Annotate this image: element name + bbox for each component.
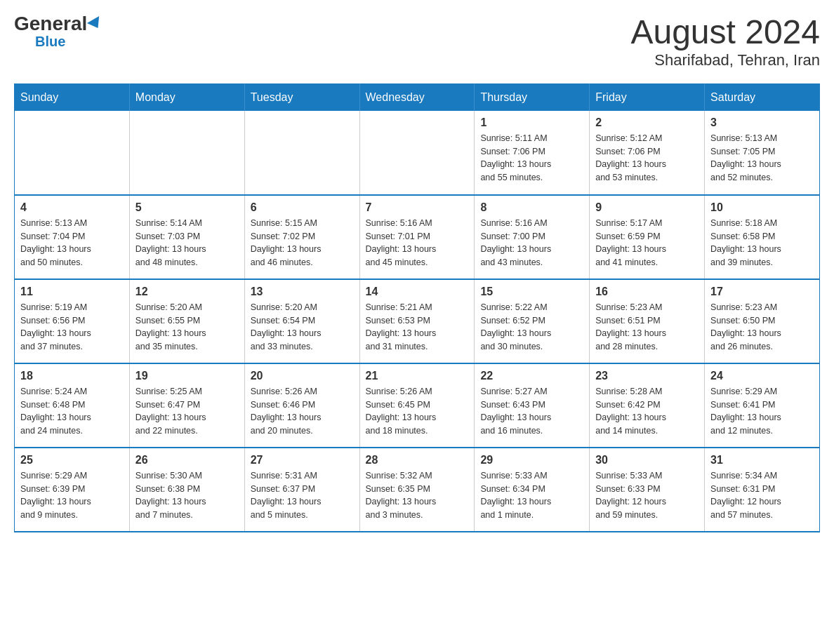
calendar-cell: 26Sunrise: 5:30 AMSunset: 6:38 PMDayligh… — [129, 448, 244, 532]
title-block: August 2024 Sharifabad, Tehran, Iran — [630, 14, 820, 69]
day-number: 31 — [710, 454, 814, 467]
day-info: Sunrise: 5:29 AMSunset: 6:39 PMDaylight:… — [20, 469, 124, 522]
calendar-cell: 4Sunrise: 5:13 AMSunset: 7:04 PMDaylight… — [15, 195, 130, 279]
calendar-cell: 1Sunrise: 5:11 AMSunset: 7:06 PMDaylight… — [475, 111, 590, 195]
day-info: Sunrise: 5:26 AMSunset: 6:46 PMDaylight:… — [251, 385, 354, 438]
calendar-cell — [359, 111, 475, 195]
calendar-cell: 10Sunrise: 5:18 AMSunset: 6:58 PMDayligh… — [705, 195, 820, 279]
header-monday: Monday — [129, 83, 244, 111]
calendar-cell: 5Sunrise: 5:14 AMSunset: 7:03 PMDaylight… — [129, 195, 244, 279]
calendar-cell — [244, 111, 359, 195]
day-number: 12 — [135, 286, 239, 298]
logo-blue-text: Blue — [35, 34, 65, 50]
calendar-cell — [129, 111, 244, 195]
calendar-header-row: SundayMondayTuesdayWednesdayThursdayFrid… — [15, 83, 820, 111]
day-info: Sunrise: 5:16 AMSunset: 7:01 PMDaylight:… — [366, 217, 469, 269]
day-info: Sunrise: 5:22 AMSunset: 6:52 PMDaylight:… — [480, 301, 583, 354]
header-thursday: Thursday — [475, 83, 590, 111]
day-number: 25 — [20, 454, 124, 467]
calendar-cell: 22Sunrise: 5:27 AMSunset: 6:43 PMDayligh… — [475, 363, 590, 448]
page-header: General Blue August 2024 Sharifabad, Teh… — [14, 14, 820, 69]
day-number: 2 — [595, 116, 699, 129]
header-wednesday: Wednesday — [359, 83, 475, 111]
calendar-cell: 19Sunrise: 5:25 AMSunset: 6:47 PMDayligh… — [129, 363, 244, 448]
day-info: Sunrise: 5:30 AMSunset: 6:38 PMDaylight:… — [135, 469, 239, 522]
day-info: Sunrise: 5:27 AMSunset: 6:43 PMDaylight:… — [480, 385, 583, 438]
calendar-cell: 21Sunrise: 5:26 AMSunset: 6:45 PMDayligh… — [359, 363, 475, 448]
day-number: 22 — [480, 370, 583, 382]
calendar-cell: 28Sunrise: 5:32 AMSunset: 6:35 PMDayligh… — [359, 448, 475, 532]
calendar-week-row: 18Sunrise: 5:24 AMSunset: 6:48 PMDayligh… — [15, 363, 820, 448]
logo: General Blue — [14, 14, 102, 50]
day-number: 5 — [135, 201, 239, 214]
day-number: 7 — [366, 201, 469, 214]
calendar-week-row: 4Sunrise: 5:13 AMSunset: 7:04 PMDaylight… — [15, 195, 820, 279]
day-number: 28 — [366, 454, 469, 467]
day-info: Sunrise: 5:21 AMSunset: 6:53 PMDaylight:… — [366, 301, 469, 354]
day-info: Sunrise: 5:31 AMSunset: 6:37 PMDaylight:… — [251, 469, 354, 522]
day-info: Sunrise: 5:23 AMSunset: 6:51 PMDaylight:… — [595, 301, 699, 354]
logo-general-text: General — [14, 14, 87, 34]
day-info: Sunrise: 5:18 AMSunset: 6:58 PMDaylight:… — [710, 217, 814, 269]
calendar-cell: 25Sunrise: 5:29 AMSunset: 6:39 PMDayligh… — [15, 448, 130, 532]
day-info: Sunrise: 5:12 AMSunset: 7:06 PMDaylight:… — [595, 132, 699, 185]
calendar-cell: 15Sunrise: 5:22 AMSunset: 6:52 PMDayligh… — [475, 279, 590, 363]
calendar-cell — [15, 111, 130, 195]
calendar-cell: 24Sunrise: 5:29 AMSunset: 6:41 PMDayligh… — [705, 363, 820, 448]
calendar-cell: 20Sunrise: 5:26 AMSunset: 6:46 PMDayligh… — [244, 363, 359, 448]
calendar-cell: 27Sunrise: 5:31 AMSunset: 6:37 PMDayligh… — [244, 448, 359, 532]
day-info: Sunrise: 5:29 AMSunset: 6:41 PMDaylight:… — [710, 385, 814, 438]
day-info: Sunrise: 5:23 AMSunset: 6:50 PMDaylight:… — [710, 301, 814, 354]
calendar-cell: 29Sunrise: 5:33 AMSunset: 6:34 PMDayligh… — [475, 448, 590, 532]
day-number: 15 — [480, 286, 583, 298]
day-number: 4 — [20, 201, 124, 214]
day-number: 9 — [595, 201, 699, 214]
calendar-cell: 11Sunrise: 5:19 AMSunset: 6:56 PMDayligh… — [15, 279, 130, 363]
day-info: Sunrise: 5:33 AMSunset: 6:33 PMDaylight:… — [595, 469, 699, 522]
day-info: Sunrise: 5:19 AMSunset: 6:56 PMDaylight:… — [20, 301, 124, 354]
day-info: Sunrise: 5:17 AMSunset: 6:59 PMDaylight:… — [595, 217, 699, 269]
day-number: 10 — [710, 201, 814, 214]
header-saturday: Saturday — [705, 83, 820, 111]
calendar-cell: 23Sunrise: 5:28 AMSunset: 6:42 PMDayligh… — [590, 363, 705, 448]
location-title: Sharifabad, Tehran, Iran — [630, 51, 820, 69]
day-number: 27 — [251, 454, 354, 467]
calendar-cell: 2Sunrise: 5:12 AMSunset: 7:06 PMDaylight… — [590, 111, 705, 195]
header-friday: Friday — [590, 83, 705, 111]
calendar-cell: 9Sunrise: 5:17 AMSunset: 6:59 PMDaylight… — [590, 195, 705, 279]
calendar-cell: 16Sunrise: 5:23 AMSunset: 6:51 PMDayligh… — [590, 279, 705, 363]
day-info: Sunrise: 5:13 AMSunset: 7:04 PMDaylight:… — [20, 217, 124, 269]
day-number: 17 — [710, 286, 814, 298]
day-number: 3 — [710, 116, 814, 129]
day-number: 18 — [20, 370, 124, 382]
calendar-cell: 6Sunrise: 5:15 AMSunset: 7:02 PMDaylight… — [244, 195, 359, 279]
header-tuesday: Tuesday — [244, 83, 359, 111]
day-number: 23 — [595, 370, 699, 382]
calendar-cell: 18Sunrise: 5:24 AMSunset: 6:48 PMDayligh… — [15, 363, 130, 448]
day-info: Sunrise: 5:24 AMSunset: 6:48 PMDaylight:… — [20, 385, 124, 438]
day-info: Sunrise: 5:25 AMSunset: 6:47 PMDaylight:… — [135, 385, 239, 438]
day-info: Sunrise: 5:26 AMSunset: 6:45 PMDaylight:… — [366, 385, 469, 438]
day-info: Sunrise: 5:33 AMSunset: 6:34 PMDaylight:… — [480, 469, 583, 522]
calendar-cell: 14Sunrise: 5:21 AMSunset: 6:53 PMDayligh… — [359, 279, 475, 363]
calendar-cell: 17Sunrise: 5:23 AMSunset: 6:50 PMDayligh… — [705, 279, 820, 363]
calendar-cell: 31Sunrise: 5:34 AMSunset: 6:31 PMDayligh… — [705, 448, 820, 532]
day-number: 29 — [480, 454, 583, 467]
calendar-cell: 30Sunrise: 5:33 AMSunset: 6:33 PMDayligh… — [590, 448, 705, 532]
day-number: 1 — [480, 116, 583, 129]
calendar-cell: 13Sunrise: 5:20 AMSunset: 6:54 PMDayligh… — [244, 279, 359, 363]
day-info: Sunrise: 5:13 AMSunset: 7:05 PMDaylight:… — [710, 132, 814, 185]
day-info: Sunrise: 5:20 AMSunset: 6:54 PMDaylight:… — [251, 301, 354, 354]
day-info: Sunrise: 5:20 AMSunset: 6:55 PMDaylight:… — [135, 301, 239, 354]
day-number: 11 — [20, 286, 124, 298]
day-number: 21 — [366, 370, 469, 382]
day-info: Sunrise: 5:11 AMSunset: 7:06 PMDaylight:… — [480, 132, 583, 185]
day-info: Sunrise: 5:15 AMSunset: 7:02 PMDaylight:… — [251, 217, 354, 269]
day-number: 30 — [595, 454, 699, 467]
day-info: Sunrise: 5:32 AMSunset: 6:35 PMDaylight:… — [366, 469, 469, 522]
day-number: 26 — [135, 454, 239, 467]
day-info: Sunrise: 5:16 AMSunset: 7:00 PMDaylight:… — [480, 217, 583, 269]
day-number: 16 — [595, 286, 699, 298]
calendar-table: SundayMondayTuesdayWednesdayThursdayFrid… — [14, 83, 820, 532]
header-sunday: Sunday — [15, 83, 130, 111]
